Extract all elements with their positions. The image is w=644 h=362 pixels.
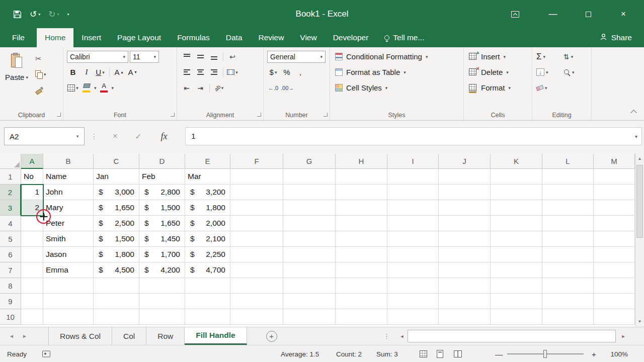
ribbon-tab-home[interactable]: Home [37, 28, 73, 47]
cell-H5[interactable] [336, 231, 387, 247]
cell-A6[interactable] [21, 247, 43, 262]
enter-button[interactable]: ✓ [127, 127, 150, 145]
number-format-select[interactable]: General▾ [267, 51, 326, 63]
format-painter-button[interactable] [35, 84, 46, 96]
cell-D3[interactable]: $1,500 [139, 200, 185, 216]
ribbon-tab-tell-me[interactable]: Tell me... [376, 28, 432, 47]
cell-C5[interactable]: $1,500 [94, 231, 139, 247]
cell-E5[interactable]: $2,100 [185, 231, 230, 247]
borders-button[interactable]: ▾ [67, 82, 79, 94]
horizontal-scrollbar[interactable]: ◄ ► [397, 327, 628, 345]
cell-E9[interactable] [185, 294, 230, 309]
cell-G9[interactable] [283, 294, 336, 309]
cell-H3[interactable] [336, 200, 387, 216]
cell-D1[interactable]: Feb [139, 169, 185, 185]
collapse-ribbon-button[interactable] [630, 110, 637, 116]
cell-F1[interactable] [230, 169, 283, 185]
cell-G3[interactable] [283, 200, 336, 216]
ribbon-tab-insert[interactable]: Insert [73, 28, 109, 47]
cell-A10[interactable] [21, 309, 43, 325]
increase-font-size-button[interactable]: A▴ [113, 66, 125, 78]
horizontal-scrollbar-thumb[interactable] [408, 330, 616, 342]
cell-B1[interactable]: Name [43, 169, 94, 185]
row-header-9[interactable]: 9 [0, 294, 21, 309]
cell-A5[interactable] [21, 231, 43, 247]
font-name-select[interactable]: Calibri▾ [67, 51, 128, 63]
cell-K7[interactable] [491, 262, 542, 278]
cell-H10[interactable] [336, 309, 387, 325]
comma-format-button[interactable]: , [294, 66, 306, 78]
maximize-button[interactable] [571, 0, 606, 28]
fill-button[interactable]: ↓▾ [536, 64, 564, 80]
cell-G8[interactable] [283, 278, 336, 294]
column-header-B[interactable]: B [43, 154, 94, 169]
paste-button[interactable]: Paste▾ [2, 49, 31, 110]
cell-I10[interactable] [387, 309, 439, 325]
cell-J10[interactable] [439, 309, 491, 325]
cell-G2[interactable] [283, 185, 336, 200]
merge-center-button[interactable]: ▾ [226, 66, 238, 78]
ribbon-tab-data[interactable]: Data [218, 28, 251, 47]
new-sheet-button[interactable]: + [266, 331, 277, 342]
cell-B4[interactable]: Peter [43, 216, 94, 231]
undo-button[interactable]: ↺▾ [30, 9, 40, 20]
cell-D2[interactable]: $2,800 [139, 185, 185, 200]
cell-B10[interactable] [43, 309, 94, 325]
minimize-button[interactable]: — [535, 0, 571, 28]
cell-M1[interactable] [594, 169, 635, 185]
cell-J9[interactable] [439, 294, 491, 309]
cell-I6[interactable] [387, 247, 439, 262]
name-box-dropdown[interactable]: ▾ [71, 128, 84, 145]
cell-C1[interactable]: Jan [94, 169, 139, 185]
cell-I2[interactable] [387, 185, 439, 200]
cell-D9[interactable] [139, 294, 185, 309]
formula-bar-expand[interactable]: ▾ [635, 134, 637, 139]
column-header-E[interactable]: E [185, 154, 230, 169]
cell-G10[interactable] [283, 309, 336, 325]
cell-I8[interactable] [387, 278, 439, 294]
column-header-K[interactable]: K [491, 154, 542, 169]
scroll-down-arrow[interactable]: ▼ [635, 318, 644, 326]
cell-J5[interactable] [439, 231, 491, 247]
cell-B5[interactable]: Smith [43, 231, 94, 247]
align-top-button[interactable] [181, 51, 193, 63]
cell-F10[interactable] [230, 309, 283, 325]
copy-button[interactable]: ▾ [35, 69, 46, 80]
cell-A2[interactable]: 1 [21, 185, 43, 200]
cell-C2[interactable]: $3,000 [94, 185, 139, 200]
cell-I9[interactable] [387, 294, 439, 309]
cell-C6[interactable]: $1,800 [94, 247, 139, 262]
sort-filter-button[interactable]: ⇅▾ [564, 49, 589, 64]
cell-D10[interactable] [139, 309, 185, 325]
wrap-text-button[interactable]: ↩ [226, 51, 238, 63]
close-button[interactable]: × [606, 0, 641, 28]
cell-D7[interactable]: $4,200 [139, 262, 185, 278]
row-header-2[interactable]: 2 [0, 185, 21, 200]
cell-E6[interactable]: $2,250 [185, 247, 230, 262]
cell-M9[interactable] [594, 294, 635, 309]
cell-E1[interactable]: Mar [185, 169, 230, 185]
column-header-M[interactable]: M [594, 154, 635, 169]
cell-G5[interactable] [283, 231, 336, 247]
cell-G6[interactable] [283, 247, 336, 262]
cell-H1[interactable] [336, 169, 387, 185]
cell-H6[interactable] [336, 247, 387, 262]
currency-format-button[interactable]: $▾ [267, 66, 279, 78]
cell-M4[interactable] [594, 216, 635, 231]
cell-C7[interactable]: $4,500 [94, 262, 139, 278]
column-header-A[interactable]: A [21, 154, 43, 169]
sheet-nav-left[interactable]: ◄ [5, 327, 18, 345]
cell-L7[interactable] [542, 262, 594, 278]
decrease-decimal-button[interactable]: .00→ [281, 82, 294, 94]
cell-C10[interactable] [94, 309, 139, 325]
cell-E3[interactable]: $1,800 [185, 200, 230, 216]
insert-function-button[interactable]: fx [150, 127, 178, 145]
cell-G4[interactable] [283, 216, 336, 231]
macro-record-icon[interactable] [42, 350, 50, 357]
align-center-button[interactable] [194, 66, 206, 78]
insert-cells-button[interactable]: + Insert ▾ [469, 49, 530, 64]
vertical-scrollbar[interactable]: ▲ ▼ [635, 154, 644, 327]
cell-M5[interactable] [594, 231, 635, 247]
row-header-3[interactable]: 3 [0, 200, 21, 216]
underline-button[interactable]: U▾ [94, 66, 106, 78]
